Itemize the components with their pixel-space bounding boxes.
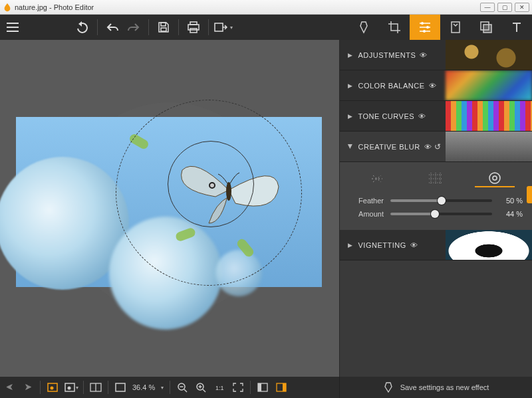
chevron-right-icon: ▶ — [348, 52, 353, 58]
slider-label: Feather — [349, 197, 384, 205]
chevron-right-icon: ▶ — [348, 113, 353, 120]
svg-point-14 — [493, 176, 497, 180]
next-image-button[interactable]: ⮞ — [19, 377, 37, 398]
blur-tab-linear[interactable] — [357, 170, 397, 187]
menu-button[interactable] — [0, 15, 25, 40]
window-minimize-button[interactable]: — — [480, 3, 495, 12]
save-effect-button[interactable]: Save settings as new effect — [339, 377, 532, 398]
slider-amount: Amount 44 % — [340, 207, 532, 221]
section-decor — [446, 132, 532, 161]
zoom-out-button[interactable] — [173, 377, 192, 398]
mode-tabs — [348, 15, 532, 40]
svg-rect-9 — [452, 22, 460, 33]
zoom-in-button[interactable] — [192, 377, 210, 398]
svg-point-13 — [489, 173, 500, 183]
split-view-button[interactable] — [86, 377, 105, 398]
mode-adjust[interactable] — [410, 15, 440, 40]
eye-icon[interactable]: 👁 — [418, 112, 426, 120]
svg-rect-11 — [483, 25, 491, 33]
svg-point-8 — [423, 30, 426, 33]
window-close-button[interactable]: ✕ — [515, 3, 529, 12]
blur-tab-grid[interactable] — [416, 170, 456, 187]
section-decor — [446, 101, 532, 131]
svg-rect-0 — [161, 23, 166, 26]
reset-icon[interactable]: ↺ — [434, 142, 442, 151]
svg-text:1:1: 1:1 — [215, 385, 224, 391]
right-sidebar: ▶ ADJUSTMENTS 👁 ▶ COLOR BALANCE 👁 ▶ TONE… — [339, 40, 532, 377]
image-canvas[interactable] — [16, 117, 322, 287]
svg-rect-1 — [161, 28, 166, 31]
prev-image-button[interactable]: ⮜ — [0, 377, 19, 398]
svg-rect-27 — [283, 383, 286, 391]
blur-selection-center-handle[interactable] — [209, 182, 215, 189]
mode-overlay[interactable] — [471, 15, 501, 40]
slider-feather: Feather 50 % — [340, 194, 532, 207]
slider-label: Amount — [349, 210, 384, 218]
chevron-right-icon: ▶ — [348, 242, 353, 249]
section-vignetting[interactable]: ▶ VIGNETTING 👁 — [340, 230, 532, 260]
section-decor — [446, 230, 532, 260]
view-single-button[interactable] — [43, 377, 62, 398]
eye-icon[interactable]: 👁 — [420, 51, 428, 59]
window-title: nature.jpg - Photo Editor — [15, 3, 94, 11]
section-label: ADJUSTMENTS — [358, 51, 416, 59]
svg-rect-4 — [190, 29, 197, 33]
eye-icon[interactable]: 👁 — [410, 241, 418, 249]
amount-slider-track[interactable] — [390, 213, 492, 215]
chevron-right-icon: ▶ — [348, 82, 353, 89]
mode-effects[interactable] — [348, 15, 379, 40]
window-titlebar: nature.jpg - Photo Editor — ▢ ✕ — [0, 0, 532, 15]
blur-tab-radial[interactable] — [475, 170, 515, 187]
slider-value: 50 % — [499, 197, 523, 205]
canvas-area[interactable] — [0, 40, 339, 377]
chevron-down-icon: ▶ — [347, 144, 354, 149]
svg-point-16 — [51, 387, 54, 390]
export-button[interactable]: ▾ — [213, 15, 234, 40]
undo-history-button[interactable] — [72, 15, 93, 40]
flask-icon — [383, 381, 394, 393]
top-toolbar: ▾ — [0, 15, 532, 40]
section-label: TONE CURVES — [358, 112, 415, 120]
window-maximize-button[interactable]: ▢ — [497, 3, 512, 12]
section-creative-blur[interactable]: ▶ CREATIVE BLUR 👁 ↺ — [340, 132, 532, 162]
mode-crop[interactable] — [379, 15, 410, 40]
zoom-fit-button[interactable] — [229, 377, 247, 398]
slider-value: 44 % — [499, 210, 523, 218]
section-label: CREATIVE BLUR — [358, 143, 420, 151]
zoom-level: 36.4 % — [130, 383, 158, 391]
zoom-actual-button[interactable]: 1:1 — [210, 377, 229, 398]
undo-button[interactable] — [102, 15, 123, 40]
svg-rect-20 — [116, 383, 125, 391]
amount-slider-knob[interactable] — [431, 210, 439, 218]
section-decor — [446, 40, 532, 70]
app-logo-icon — [3, 3, 12, 12]
feather-slider-track[interactable] — [390, 199, 492, 202]
zoom-dropdown[interactable]: ▾ — [158, 377, 167, 398]
fit-window-button[interactable] — [111, 377, 130, 398]
svg-point-6 — [421, 22, 424, 25]
mode-presets[interactable] — [440, 15, 471, 40]
eye-icon[interactable]: 👁 — [424, 143, 432, 151]
section-decor — [446, 70, 532, 100]
section-label: COLOR BALANCE — [358, 82, 425, 90]
creative-blur-panel: Feather 50 % Amount 44 % — [340, 162, 532, 230]
svg-point-7 — [426, 26, 429, 29]
view-compare-button[interactable]: ▾ — [62, 377, 80, 398]
status-bar: ⮜ ⮞ ▾ 36.4 % ▾ 1:1 Save settings as new … — [0, 377, 532, 398]
section-adjustments[interactable]: ▶ ADJUSTMENTS 👁 — [340, 40, 532, 70]
panel-left-button[interactable] — [253, 377, 272, 398]
save-effect-label: Save settings as new effect — [400, 383, 489, 391]
eye-icon[interactable]: 👁 — [429, 82, 437, 90]
section-tone-curves[interactable]: ▶ TONE CURVES 👁 — [340, 101, 532, 132]
section-label: VIGNETTING — [358, 241, 406, 249]
section-color-balance[interactable]: ▶ COLOR BALANCE 👁 — [340, 70, 532, 101]
sidebar-flyout-handle[interactable] — [527, 186, 532, 203]
panel-right-button[interactable] — [272, 377, 291, 398]
svg-point-18 — [67, 387, 70, 390]
redo-button[interactable] — [123, 15, 144, 40]
print-button[interactable] — [183, 15, 204, 40]
mode-text[interactable] — [501, 15, 532, 40]
svg-rect-5 — [215, 23, 223, 31]
feather-slider-knob[interactable] — [438, 197, 446, 205]
save-button[interactable] — [153, 15, 174, 40]
